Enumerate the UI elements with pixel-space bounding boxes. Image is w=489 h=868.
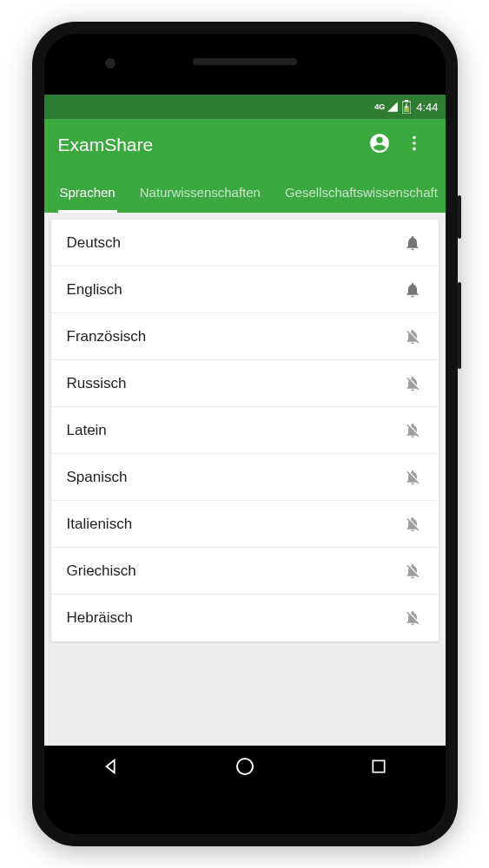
android-nav-bar xyxy=(44,746,446,791)
account-button[interactable] xyxy=(362,128,397,162)
svg-rect-1 xyxy=(405,100,408,102)
list-item-label: Englisch xyxy=(67,281,402,299)
list-card: DeutschEnglischFranzösischRussischLatein… xyxy=(51,220,439,641)
account-icon xyxy=(368,132,391,158)
tab-label: Naturwissenschaften xyxy=(140,185,261,200)
list-item[interactable]: Hebräisch xyxy=(51,595,439,641)
list-item[interactable]: Latein xyxy=(51,407,439,454)
triangle-back-icon xyxy=(102,757,121,779)
svg-point-5 xyxy=(413,148,416,151)
list-item[interactable]: Griechisch xyxy=(51,548,439,595)
nav-back-button[interactable] xyxy=(76,751,146,786)
signal-icon xyxy=(387,101,399,113)
svg-point-6 xyxy=(237,759,253,774)
list-item-label: Griechisch xyxy=(67,562,402,580)
bell-on-icon[interactable] xyxy=(402,233,423,253)
bell-off-icon[interactable] xyxy=(402,373,423,394)
tab-sprachen[interactable]: Sprachen xyxy=(48,171,128,213)
power-button xyxy=(458,195,461,239)
volume-button xyxy=(458,282,461,369)
nav-home-button[interactable] xyxy=(210,751,280,786)
overflow-menu-button[interactable] xyxy=(397,128,432,162)
bell-off-icon[interactable] xyxy=(402,514,423,535)
list-item[interactable]: Russisch xyxy=(51,360,439,407)
content: DeutschEnglischFranzösischRussischLatein… xyxy=(44,213,446,746)
app-title: ExamShare xyxy=(58,135,362,155)
circle-home-icon xyxy=(235,756,255,780)
tab-gesellschaftswissenschaft[interactable]: Gesellschaftswissenschaft xyxy=(273,171,446,213)
tab-naturwissenschaften[interactable]: Naturwissenschaften xyxy=(128,171,273,213)
phone-bezel-top xyxy=(44,34,446,95)
front-camera xyxy=(105,58,116,69)
list-item-label: Deutsch xyxy=(67,234,402,252)
list-item[interactable]: Deutsch xyxy=(51,220,439,266)
screen: 4G 4:44 ExamShare xyxy=(44,95,446,791)
list-item-label: Latein xyxy=(67,422,402,439)
phone-bezel-bottom xyxy=(44,791,446,834)
bell-off-icon[interactable] xyxy=(402,420,423,441)
tab-bar: Sprachen Naturwissenschaften Gesellschaf… xyxy=(44,171,446,213)
bell-off-icon[interactable] xyxy=(402,326,423,347)
square-recent-icon xyxy=(370,758,387,779)
list-item[interactable]: Italienisch xyxy=(51,501,439,548)
list-item[interactable]: Französisch xyxy=(51,313,439,360)
bell-off-icon[interactable] xyxy=(402,608,423,628)
svg-point-3 xyxy=(413,136,416,140)
phone-frame: 4G 4:44 ExamShare xyxy=(32,22,458,846)
list-item[interactable]: Spanisch xyxy=(51,454,439,501)
app-bar: ExamShare xyxy=(44,119,446,171)
svg-rect-7 xyxy=(373,760,384,772)
bell-off-icon[interactable] xyxy=(402,561,423,582)
bell-on-icon[interactable] xyxy=(402,279,423,300)
list-item-label: Französisch xyxy=(67,328,402,345)
list-item[interactable]: Englisch xyxy=(51,266,439,313)
tab-label: Gesellschaftswissenschaft xyxy=(285,185,438,200)
network-label: 4G xyxy=(374,102,385,111)
phone-speaker xyxy=(193,58,297,65)
list-item-label: Russisch xyxy=(67,375,402,392)
bell-off-icon[interactable] xyxy=(402,467,423,488)
list-item-label: Italienisch xyxy=(67,516,402,533)
svg-point-4 xyxy=(413,141,416,145)
list-item-label: Spanisch xyxy=(67,469,402,486)
more-vert-icon xyxy=(405,134,424,156)
battery-icon xyxy=(402,100,411,114)
phone-inner: 4G 4:44 ExamShare xyxy=(44,34,446,834)
list-item-label: Hebräisch xyxy=(67,609,402,627)
clock: 4:44 xyxy=(416,101,438,114)
nav-recent-button[interactable] xyxy=(344,751,413,786)
tab-label: Sprachen xyxy=(60,185,116,200)
status-bar: 4G 4:44 xyxy=(44,95,446,119)
